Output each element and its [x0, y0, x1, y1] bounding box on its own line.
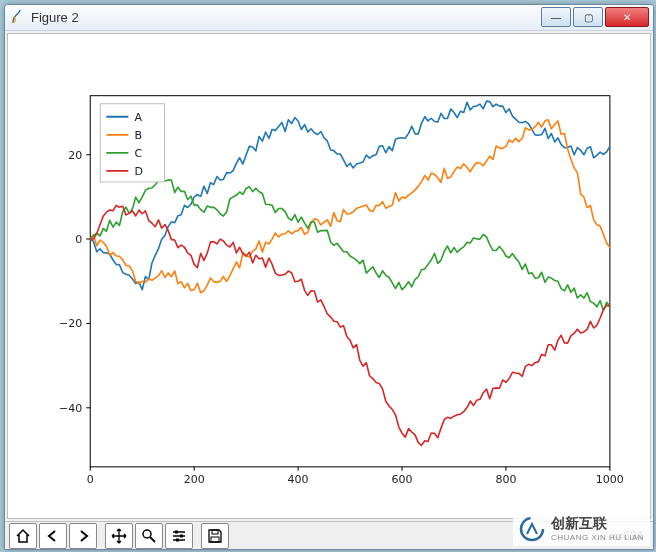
configure-button[interactable]	[165, 523, 193, 549]
svg-rect-32	[180, 534, 183, 537]
watermark-text-en: CHUANG XIN HU LIAN	[551, 533, 644, 542]
svg-point-36	[521, 518, 543, 540]
svg-text:20: 20	[68, 149, 82, 162]
home-icon	[15, 528, 31, 544]
figure-window: Figure 2 — ▢ ✕ 02004006008001000−40−2002…	[4, 4, 654, 550]
svg-text:400: 400	[288, 473, 309, 486]
window-title: Figure 2	[31, 10, 539, 25]
plot-svg: 02004006008001000−40−20020ABCD	[8, 34, 650, 519]
watermark-icon	[519, 516, 545, 542]
svg-text:D: D	[134, 165, 142, 178]
watermark: 创新互联 CHUANG XIN HU LIAN	[513, 511, 650, 546]
back-button[interactable]	[39, 523, 67, 549]
window-titlebar[interactable]: Figure 2 — ▢ ✕	[5, 5, 653, 31]
svg-text:A: A	[134, 111, 142, 124]
svg-text:C: C	[134, 147, 142, 160]
svg-text:0: 0	[87, 473, 94, 486]
svg-rect-0	[90, 96, 610, 467]
svg-text:−20: −20	[59, 317, 82, 330]
arrow-right-icon	[76, 529, 90, 543]
home-button[interactable]	[9, 523, 37, 549]
pan-button[interactable]	[105, 523, 133, 549]
save-button[interactable]	[201, 523, 229, 549]
zoom-icon	[141, 528, 157, 544]
svg-rect-33	[176, 538, 179, 541]
maximize-button[interactable]: ▢	[573, 7, 603, 27]
app-icon	[9, 9, 25, 25]
close-button[interactable]: ✕	[605, 7, 649, 27]
svg-rect-31	[175, 530, 178, 533]
arrow-left-icon	[46, 529, 60, 543]
forward-button[interactable]	[69, 523, 97, 549]
svg-rect-35	[211, 537, 219, 542]
plot-canvas[interactable]: 02004006008001000−40−20020ABCD	[7, 33, 651, 520]
watermark-text-cn: 创新互联	[551, 515, 644, 533]
svg-point-30	[143, 530, 151, 538]
svg-text:1000: 1000	[596, 473, 624, 486]
svg-text:800: 800	[495, 473, 516, 486]
sliders-icon	[171, 528, 187, 544]
pan-icon	[111, 528, 127, 544]
svg-text:0: 0	[75, 233, 82, 246]
save-icon	[207, 528, 223, 544]
svg-text:200: 200	[184, 473, 205, 486]
svg-text:B: B	[134, 129, 142, 142]
minimize-button[interactable]: —	[541, 7, 571, 27]
zoom-button[interactable]	[135, 523, 163, 549]
svg-text:−40: −40	[59, 402, 82, 415]
svg-text:600: 600	[392, 473, 413, 486]
